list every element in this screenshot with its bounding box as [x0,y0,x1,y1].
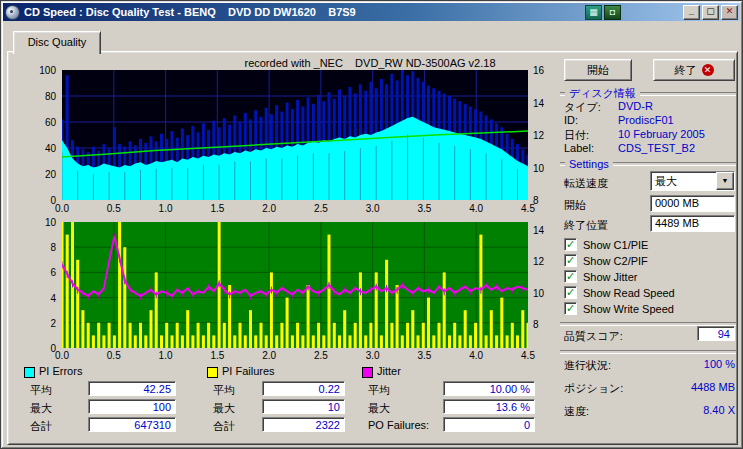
checkbox-show-c2-pif[interactable]: ✓ Show C2/PIF [564,254,648,267]
check-icon: ✓ [564,270,577,283]
tick-label: 4 [50,293,56,304]
stat-label: 合計 [30,419,52,434]
jitter-swatch [362,367,373,378]
stat-label: 最大 [30,401,52,416]
checkbox-label: Show Jitter [583,271,637,283]
tick-label: 12 [533,256,544,267]
tick-label: 16 [533,65,544,76]
start-button-label: 開始 [587,63,609,78]
transfer-speed-dropdown[interactable]: 最大 ▼ [650,171,735,191]
titlebar-extra-icon-2[interactable]: ◘ [604,5,621,20]
pif-chart-right-axis: 1412108 [531,222,553,348]
disc-date-value: 10 February 2005 [618,128,705,140]
transfer-speed-value: 最大 [651,172,716,190]
checkbox-show-jitter[interactable]: ✓ Show Jitter [564,270,637,283]
pi-failures-average-value: 0.22 [262,381,345,396]
transfer-speed-label: 転送速度 [564,176,608,191]
disc-id-value: ProdiscF01 [618,114,674,126]
tick-label: 4.5 [515,350,541,361]
end-position-label: 終了位置 [564,218,608,233]
checkbox-show-write-speed[interactable]: ✓ Show Write Speed [564,302,674,315]
speed-label: 速度: [564,404,589,419]
speed-value: 8.40 X [636,404,735,416]
start-button[interactable]: 開始 [564,59,632,81]
close-button[interactable]: ✕ [721,5,738,20]
jitter-legend-label: Jitter [377,365,401,377]
tick-label: 4.0 [463,350,489,361]
tick-label: 2.0 [256,203,282,214]
tick-label: 0.0 [49,203,75,214]
disc-label-value: CDS_TEST_B2 [618,142,695,154]
stat-label: 合計 [213,419,235,434]
tick-label: 100 [39,65,56,76]
pi-errors-average-value: 42.25 [88,381,176,396]
stat-label: 最大 [368,401,390,416]
tick-label: 14 [533,225,544,236]
tick-label: 60 [45,117,56,128]
maximize-icon: ▢ [706,6,715,16]
chevron-down-icon[interactable]: ▼ [716,172,734,190]
tick-label: 3.0 [360,203,386,214]
minimize-button[interactable]: _ [683,5,700,20]
tick-label: 1.0 [153,203,179,214]
tick-label: 10 [533,288,544,299]
pie-chart-left-axis: 100806040200 [30,70,58,200]
checkbox-label: Show C1/PIE [583,239,648,251]
checkbox-label: Show C2/PIF [583,255,648,267]
pif-jitter-chart [62,222,528,348]
tick-label: 0.5 [101,203,127,214]
recorded-with-label: recorded with _NEC DVD_RW ND-3500AG v2.1… [200,57,540,69]
start-position-label: 開始 [564,198,586,213]
tick-label: 1.0 [153,350,179,361]
disc-type-label: タイプ: [564,100,601,115]
start-position-field[interactable]: 0000 MB [650,195,735,212]
tick-label: 14 [533,98,544,109]
pi-failures-max-value: 10 [262,399,345,414]
pi-errors-max-value: 100 [88,399,176,414]
disc-info-section-header: ディスク情報 [560,86,736,101]
tick-label: 40 [45,143,56,154]
titlebar-extra-icon-1[interactable]: ▦ [585,5,602,20]
tab-disc-quality[interactable]: Disc Quality [13,31,101,54]
stat-label: 平均 [368,383,390,398]
disc-type-value: DVD-R [618,100,653,112]
checkbox-show-c1-pie[interactable]: ✓ Show C1/PIE [564,238,648,251]
position-label: ポジション: [564,381,623,396]
tick-label: 3.0 [360,350,386,361]
check-icon: ✓ [564,238,577,251]
minimize-icon: _ [689,6,694,16]
stat-label: PO Failures: [368,419,429,431]
disc-info-header-label: ディスク情報 [569,86,636,101]
divider [560,350,736,354]
tick-label: 3.5 [411,350,437,361]
check-icon: ✓ [564,254,577,267]
tick-label: 3.5 [411,203,437,214]
tick-label: 20 [45,169,56,180]
tick-label: 12 [533,130,544,141]
stat-label: 平均 [30,383,52,398]
checkbox-show-read-speed[interactable]: ✓ Show Read Speed [564,286,675,299]
tick-label: 2.5 [308,203,334,214]
check-icon: ✓ [564,302,577,315]
app-window: CD Speed : Disc Quality Test - BENQ DVD … [0,0,743,449]
exit-button-label: 終了 [675,63,697,78]
tick-label: 1.5 [204,350,230,361]
tick-label: 4.5 [515,203,541,214]
tick-label: 6 [50,267,56,278]
pi-failures-swatch [207,367,218,378]
maximize-button[interactable]: ▢ [702,5,719,20]
end-position-field[interactable]: 4489 MB [650,215,735,232]
settings-section-header: Settings [560,158,736,170]
jitter-average-value: 10.00 % [443,381,535,396]
window-title: CD Speed : Disc Quality Test - BENQ DVD … [24,6,356,18]
tick-label: 10 [45,217,56,228]
tick-label: 2.0 [256,350,282,361]
pi-errors-legend-label: PI Errors [39,365,82,377]
pi-errors-total-value: 647310 [88,417,176,432]
app-cd-icon [5,5,20,20]
settings-header-label: Settings [569,158,609,170]
tick-label: 4.0 [463,203,489,214]
disc-date-label: 日付: [564,128,589,143]
exit-button[interactable]: 終了 ✕ [653,59,735,81]
disc-label-label: Label: [564,142,594,154]
